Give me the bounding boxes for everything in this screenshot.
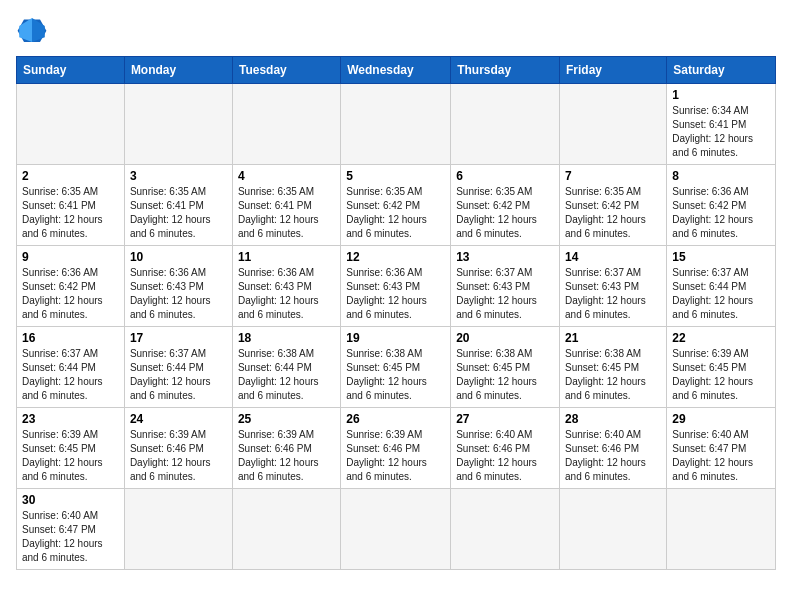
col-header-monday: Monday bbox=[124, 57, 232, 84]
calendar-cell: 19Sunrise: 6:38 AM Sunset: 6:45 PM Dayli… bbox=[341, 327, 451, 408]
calendar-cell bbox=[124, 84, 232, 165]
logo-icon bbox=[16, 16, 48, 44]
calendar-cell: 26Sunrise: 6:39 AM Sunset: 6:46 PM Dayli… bbox=[341, 408, 451, 489]
day-info: Sunrise: 6:36 AM Sunset: 6:42 PM Dayligh… bbox=[672, 185, 770, 241]
day-info: Sunrise: 6:39 AM Sunset: 6:45 PM Dayligh… bbox=[22, 428, 119, 484]
day-info: Sunrise: 6:35 AM Sunset: 6:41 PM Dayligh… bbox=[22, 185, 119, 241]
day-number: 8 bbox=[672, 169, 770, 183]
calendar-cell bbox=[560, 84, 667, 165]
day-number: 12 bbox=[346, 250, 445, 264]
calendar-cell: 20Sunrise: 6:38 AM Sunset: 6:45 PM Dayli… bbox=[451, 327, 560, 408]
calendar-cell: 8Sunrise: 6:36 AM Sunset: 6:42 PM Daylig… bbox=[667, 165, 776, 246]
day-info: Sunrise: 6:38 AM Sunset: 6:45 PM Dayligh… bbox=[456, 347, 554, 403]
day-info: Sunrise: 6:40 AM Sunset: 6:46 PM Dayligh… bbox=[456, 428, 554, 484]
day-info: Sunrise: 6:37 AM Sunset: 6:44 PM Dayligh… bbox=[130, 347, 227, 403]
calendar-cell: 25Sunrise: 6:39 AM Sunset: 6:46 PM Dayli… bbox=[232, 408, 340, 489]
day-info: Sunrise: 6:39 AM Sunset: 6:46 PM Dayligh… bbox=[346, 428, 445, 484]
calendar-cell: 16Sunrise: 6:37 AM Sunset: 6:44 PM Dayli… bbox=[17, 327, 125, 408]
calendar-cell: 2Sunrise: 6:35 AM Sunset: 6:41 PM Daylig… bbox=[17, 165, 125, 246]
calendar-cell bbox=[232, 489, 340, 570]
day-number: 9 bbox=[22, 250, 119, 264]
day-number: 28 bbox=[565, 412, 661, 426]
calendar-cell: 17Sunrise: 6:37 AM Sunset: 6:44 PM Dayli… bbox=[124, 327, 232, 408]
day-info: Sunrise: 6:40 AM Sunset: 6:47 PM Dayligh… bbox=[22, 509, 119, 565]
day-info: Sunrise: 6:36 AM Sunset: 6:43 PM Dayligh… bbox=[130, 266, 227, 322]
calendar-cell: 5Sunrise: 6:35 AM Sunset: 6:42 PM Daylig… bbox=[341, 165, 451, 246]
day-info: Sunrise: 6:35 AM Sunset: 6:42 PM Dayligh… bbox=[456, 185, 554, 241]
day-number: 1 bbox=[672, 88, 770, 102]
calendar-cell: 13Sunrise: 6:37 AM Sunset: 6:43 PM Dayli… bbox=[451, 246, 560, 327]
day-info: Sunrise: 6:37 AM Sunset: 6:43 PM Dayligh… bbox=[565, 266, 661, 322]
col-header-tuesday: Tuesday bbox=[232, 57, 340, 84]
day-number: 19 bbox=[346, 331, 445, 345]
day-number: 27 bbox=[456, 412, 554, 426]
calendar-cell bbox=[560, 489, 667, 570]
day-number: 15 bbox=[672, 250, 770, 264]
calendar-cell bbox=[17, 84, 125, 165]
day-number: 23 bbox=[22, 412, 119, 426]
col-header-thursday: Thursday bbox=[451, 57, 560, 84]
calendar-cell: 28Sunrise: 6:40 AM Sunset: 6:46 PM Dayli… bbox=[560, 408, 667, 489]
day-info: Sunrise: 6:36 AM Sunset: 6:43 PM Dayligh… bbox=[238, 266, 335, 322]
day-number: 7 bbox=[565, 169, 661, 183]
day-info: Sunrise: 6:35 AM Sunset: 6:41 PM Dayligh… bbox=[238, 185, 335, 241]
day-info: Sunrise: 6:35 AM Sunset: 6:41 PM Dayligh… bbox=[130, 185, 227, 241]
week-row: 23Sunrise: 6:39 AM Sunset: 6:45 PM Dayli… bbox=[17, 408, 776, 489]
calendar-cell bbox=[667, 489, 776, 570]
day-number: 26 bbox=[346, 412, 445, 426]
day-number: 13 bbox=[456, 250, 554, 264]
day-info: Sunrise: 6:37 AM Sunset: 6:44 PM Dayligh… bbox=[22, 347, 119, 403]
day-number: 20 bbox=[456, 331, 554, 345]
day-number: 16 bbox=[22, 331, 119, 345]
calendar-cell bbox=[451, 84, 560, 165]
day-info: Sunrise: 6:35 AM Sunset: 6:42 PM Dayligh… bbox=[565, 185, 661, 241]
day-info: Sunrise: 6:38 AM Sunset: 6:45 PM Dayligh… bbox=[346, 347, 445, 403]
day-number: 11 bbox=[238, 250, 335, 264]
day-number: 6 bbox=[456, 169, 554, 183]
day-info: Sunrise: 6:38 AM Sunset: 6:44 PM Dayligh… bbox=[238, 347, 335, 403]
calendar-cell: 14Sunrise: 6:37 AM Sunset: 6:43 PM Dayli… bbox=[560, 246, 667, 327]
calendar-cell: 21Sunrise: 6:38 AM Sunset: 6:45 PM Dayli… bbox=[560, 327, 667, 408]
calendar-cell: 7Sunrise: 6:35 AM Sunset: 6:42 PM Daylig… bbox=[560, 165, 667, 246]
calendar-cell: 29Sunrise: 6:40 AM Sunset: 6:47 PM Dayli… bbox=[667, 408, 776, 489]
day-info: Sunrise: 6:36 AM Sunset: 6:43 PM Dayligh… bbox=[346, 266, 445, 322]
day-info: Sunrise: 6:39 AM Sunset: 6:46 PM Dayligh… bbox=[238, 428, 335, 484]
calendar-cell bbox=[124, 489, 232, 570]
day-number: 30 bbox=[22, 493, 119, 507]
calendar-table: SundayMondayTuesdayWednesdayThursdayFrid… bbox=[16, 56, 776, 570]
day-info: Sunrise: 6:39 AM Sunset: 6:45 PM Dayligh… bbox=[672, 347, 770, 403]
calendar-cell: 15Sunrise: 6:37 AM Sunset: 6:44 PM Dayli… bbox=[667, 246, 776, 327]
calendar-cell: 12Sunrise: 6:36 AM Sunset: 6:43 PM Dayli… bbox=[341, 246, 451, 327]
week-row: 16Sunrise: 6:37 AM Sunset: 6:44 PM Dayli… bbox=[17, 327, 776, 408]
calendar-cell: 30Sunrise: 6:40 AM Sunset: 6:47 PM Dayli… bbox=[17, 489, 125, 570]
calendar-cell: 9Sunrise: 6:36 AM Sunset: 6:42 PM Daylig… bbox=[17, 246, 125, 327]
calendar-cell: 6Sunrise: 6:35 AM Sunset: 6:42 PM Daylig… bbox=[451, 165, 560, 246]
week-row: 2Sunrise: 6:35 AM Sunset: 6:41 PM Daylig… bbox=[17, 165, 776, 246]
day-info: Sunrise: 6:37 AM Sunset: 6:44 PM Dayligh… bbox=[672, 266, 770, 322]
calendar-cell: 4Sunrise: 6:35 AM Sunset: 6:41 PM Daylig… bbox=[232, 165, 340, 246]
day-number: 18 bbox=[238, 331, 335, 345]
day-number: 14 bbox=[565, 250, 661, 264]
day-info: Sunrise: 6:38 AM Sunset: 6:45 PM Dayligh… bbox=[565, 347, 661, 403]
day-info: Sunrise: 6:36 AM Sunset: 6:42 PM Dayligh… bbox=[22, 266, 119, 322]
day-number: 24 bbox=[130, 412, 227, 426]
day-number: 5 bbox=[346, 169, 445, 183]
day-number: 25 bbox=[238, 412, 335, 426]
col-header-sunday: Sunday bbox=[17, 57, 125, 84]
calendar-cell bbox=[451, 489, 560, 570]
day-info: Sunrise: 6:39 AM Sunset: 6:46 PM Dayligh… bbox=[130, 428, 227, 484]
day-info: Sunrise: 6:40 AM Sunset: 6:46 PM Dayligh… bbox=[565, 428, 661, 484]
calendar-cell: 18Sunrise: 6:38 AM Sunset: 6:44 PM Dayli… bbox=[232, 327, 340, 408]
col-header-friday: Friday bbox=[560, 57, 667, 84]
day-info: Sunrise: 6:37 AM Sunset: 6:43 PM Dayligh… bbox=[456, 266, 554, 322]
day-number: 21 bbox=[565, 331, 661, 345]
calendar-cell: 23Sunrise: 6:39 AM Sunset: 6:45 PM Dayli… bbox=[17, 408, 125, 489]
week-row: 1Sunrise: 6:34 AM Sunset: 6:41 PM Daylig… bbox=[17, 84, 776, 165]
day-number: 29 bbox=[672, 412, 770, 426]
day-number: 17 bbox=[130, 331, 227, 345]
day-number: 10 bbox=[130, 250, 227, 264]
page-header bbox=[16, 16, 776, 44]
col-header-wednesday: Wednesday bbox=[341, 57, 451, 84]
calendar-cell: 27Sunrise: 6:40 AM Sunset: 6:46 PM Dayli… bbox=[451, 408, 560, 489]
day-info: Sunrise: 6:34 AM Sunset: 6:41 PM Dayligh… bbox=[672, 104, 770, 160]
